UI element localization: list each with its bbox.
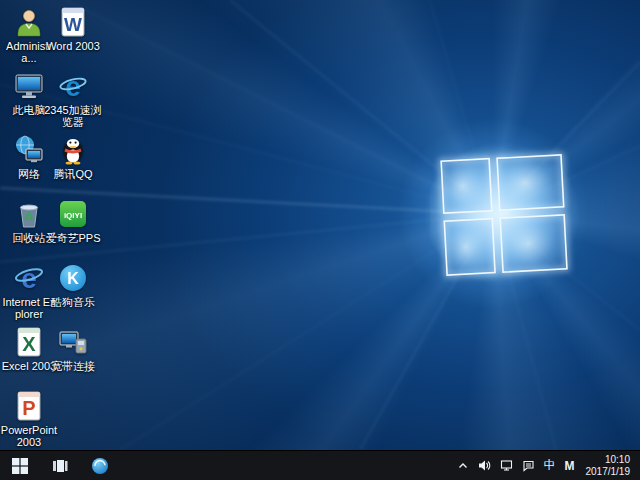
sogou-input-indicator[interactable]: M [565, 451, 575, 480]
taskbar: 中 M 10:10 2017/1/19 [0, 450, 640, 480]
2345-browser-icon: e [57, 70, 89, 102]
browser-taskbar-button[interactable] [80, 451, 120, 480]
desktop-screen: Administra... 此电脑 [0, 0, 640, 480]
desktop-icon-iqiyi-pps[interactable]: iQIYI 爱奇艺PPS [40, 198, 106, 262]
speaker-icon [478, 459, 491, 472]
svg-text:P: P [22, 397, 35, 419]
task-view-button[interactable] [40, 451, 80, 480]
task-view-icon [52, 458, 68, 474]
network-monitor-icon [500, 459, 513, 472]
start-button[interactable] [0, 451, 40, 480]
chevron-up-icon [457, 460, 469, 472]
desktop-icon-broadband-connection[interactable]: 宽带连接 [40, 326, 106, 390]
svg-text:W: W [64, 14, 82, 35]
desktop-icon-column-2: W Word 2003 e 2345加速浏览器 [40, 6, 106, 454]
network-button[interactable] [500, 451, 513, 480]
action-center-icon [522, 459, 535, 472]
action-center-button[interactable] [522, 451, 535, 480]
desktop-icon-2345-browser[interactable]: e 2345加速浏览器 [40, 70, 106, 134]
icon-label: 爱奇艺PPS [45, 232, 100, 244]
desktop-icon-kugou-music[interactable]: K 酷狗音乐 [40, 262, 106, 326]
icon-label: 宽带连接 [51, 360, 95, 372]
hidden-icons-button[interactable] [457, 451, 469, 480]
icon-label: 2345加速浏览器 [40, 104, 106, 128]
kugou-music-icon: K [57, 262, 89, 294]
broadband-connection-icon [57, 326, 89, 358]
desktop-icon-tencent-qq[interactable]: 腾讯QQ [40, 134, 106, 198]
system-tray: 中 M 10:10 2017/1/19 [457, 451, 640, 480]
volume-button[interactable] [478, 451, 491, 480]
icon-label: 酷狗音乐 [51, 296, 95, 308]
taskbar-clock[interactable]: 10:10 2017/1/19 [584, 454, 633, 478]
word-icon: W [57, 6, 89, 38]
svg-text:K: K [67, 270, 79, 287]
iqiyi-pps-icon: iQIYI [57, 198, 89, 230]
icon-label: 腾讯QQ [53, 168, 92, 180]
clock-time: 10:10 [586, 454, 631, 466]
svg-text:X: X [22, 333, 36, 355]
icon-label: Word 2003 [46, 40, 100, 52]
browser-circle-icon [91, 457, 109, 475]
clock-date: 2017/1/19 [586, 466, 631, 478]
svg-text:iQIYI: iQIYI [64, 211, 82, 220]
ime-language-indicator[interactable]: 中 [544, 451, 556, 480]
qq-penguin-icon [57, 134, 89, 166]
windows-hero-logo [430, 138, 590, 298]
windows-logo-icon [12, 458, 28, 474]
desktop-icon-word-2003[interactable]: W Word 2003 [40, 6, 106, 70]
icon-label: 网络 [18, 168, 40, 180]
